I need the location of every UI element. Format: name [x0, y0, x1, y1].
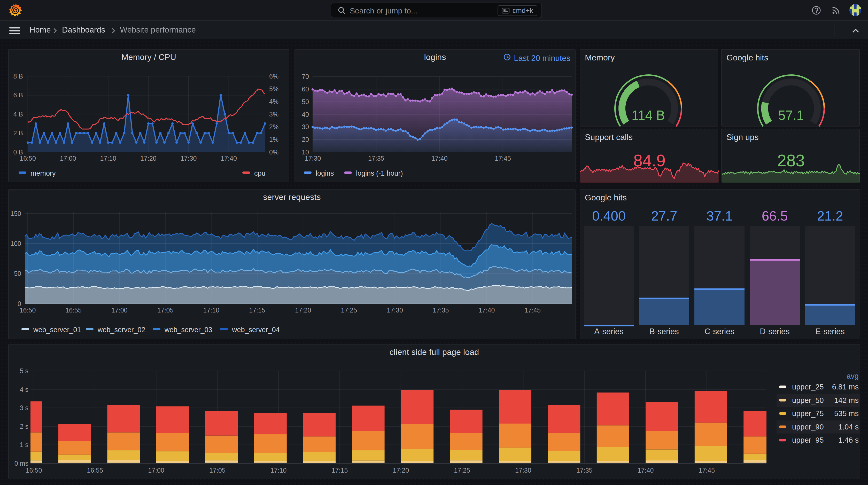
svg-text:17:00: 17:00	[111, 306, 128, 314]
svg-text:17:25: 17:25	[341, 306, 357, 314]
svg-text:E-series: E-series	[815, 327, 845, 336]
svg-text:17:05: 17:05	[209, 467, 225, 474]
svg-text:40: 40	[302, 111, 309, 118]
svg-text:1%: 1%	[269, 136, 278, 143]
svg-text:17:05: 17:05	[157, 306, 174, 314]
svg-text:1 s: 1 s	[20, 441, 28, 448]
svg-text:logins: logins	[316, 169, 334, 177]
svg-text:17:35: 17:35	[576, 467, 593, 474]
svg-text:21.2: 21.2	[817, 208, 843, 223]
svg-text:142 ms: 142 ms	[834, 396, 859, 405]
svg-text:6%: 6%	[269, 72, 278, 80]
svg-text:1.46 s: 1.46 s	[838, 436, 859, 444]
svg-text:535 ms: 535 ms	[834, 409, 859, 418]
svg-text:283: 283	[777, 151, 805, 170]
svg-text:0%: 0%	[269, 149, 278, 156]
svg-text:upper_50: upper_50	[792, 396, 824, 405]
svg-text:17:20: 17:20	[140, 155, 157, 162]
svg-text:3%: 3%	[269, 110, 278, 118]
svg-text:0: 0	[18, 300, 21, 307]
svg-text:17:00: 17:00	[148, 467, 164, 474]
svg-text:17:00: 17:00	[60, 155, 76, 162]
svg-text:100: 100	[10, 240, 21, 247]
svg-text:17:30: 17:30	[515, 467, 531, 474]
svg-text:17:10: 17:10	[203, 306, 220, 314]
svg-text:upper_95: upper_95	[792, 436, 824, 444]
svg-text:17:35: 17:35	[433, 306, 449, 314]
svg-text:50: 50	[302, 98, 309, 105]
svg-text:5 s: 5 s	[20, 367, 28, 375]
svg-text:0 ms: 0 ms	[14, 460, 28, 467]
svg-text:17:45: 17:45	[495, 155, 511, 162]
svg-text:6 B: 6 B	[13, 91, 23, 99]
svg-text:2 s: 2 s	[20, 423, 28, 430]
svg-text:5%: 5%	[269, 85, 278, 93]
svg-text:B-series: B-series	[649, 327, 679, 336]
svg-text:avg: avg	[846, 372, 859, 380]
svg-text:logins (-1 hour): logins (-1 hour)	[356, 169, 403, 177]
svg-text:16:55: 16:55	[87, 467, 103, 474]
svg-text:17:15: 17:15	[249, 306, 265, 314]
svg-text:17:30: 17:30	[305, 155, 321, 162]
svg-text:20: 20	[302, 136, 309, 143]
svg-text:17:40: 17:40	[221, 155, 237, 162]
svg-text:16:50: 16:50	[26, 467, 42, 474]
svg-text:17:20: 17:20	[393, 467, 409, 474]
svg-text:4 s: 4 s	[20, 386, 28, 393]
svg-text:17:40: 17:40	[431, 155, 448, 162]
svg-text:D-series: D-series	[760, 327, 789, 336]
svg-text:37.1: 37.1	[706, 208, 733, 223]
svg-text:70: 70	[302, 73, 309, 80]
svg-text:upper_25: upper_25	[792, 383, 824, 391]
svg-text:upper_75: upper_75	[792, 409, 824, 418]
svg-text:6.81 ms: 6.81 ms	[832, 383, 859, 391]
svg-text:A-series: A-series	[594, 327, 624, 336]
svg-text:Last 20 minutes: Last 20 minutes	[514, 54, 570, 63]
svg-text:114 B: 114 B	[632, 108, 665, 123]
svg-text:cpu: cpu	[254, 169, 266, 177]
svg-text:17:20: 17:20	[295, 306, 311, 314]
svg-text:memory: memory	[30, 169, 56, 177]
svg-text:1.04 s: 1.04 s	[838, 423, 859, 431]
svg-text:17:15: 17:15	[332, 467, 348, 474]
svg-text:upper_90: upper_90	[792, 423, 824, 431]
svg-text:web_server_04: web_server_04	[232, 326, 280, 334]
svg-text:17:45: 17:45	[524, 306, 541, 314]
svg-text:17:10: 17:10	[271, 467, 287, 474]
svg-text:web_server_03: web_server_03	[164, 326, 212, 334]
svg-text:17:30: 17:30	[181, 155, 197, 162]
svg-text:30: 30	[302, 123, 309, 130]
svg-text:C-series: C-series	[705, 327, 734, 336]
svg-text:17:30: 17:30	[387, 306, 403, 314]
svg-text:57.1: 57.1	[778, 108, 804, 123]
svg-text:60: 60	[302, 86, 309, 93]
svg-text:web_server_02: web_server_02	[97, 326, 146, 334]
svg-text:web_server_01: web_server_01	[33, 326, 81, 334]
svg-text:16:50: 16:50	[20, 306, 36, 314]
svg-text:0.400: 0.400	[592, 208, 626, 223]
svg-text:17:35: 17:35	[368, 155, 384, 162]
svg-text:17:40: 17:40	[638, 467, 654, 474]
svg-text:50: 50	[14, 270, 21, 277]
svg-text:27.7: 27.7	[651, 208, 677, 223]
svg-text:16:50: 16:50	[20, 155, 36, 162]
svg-text:3 s: 3 s	[20, 404, 28, 411]
svg-text:17:40: 17:40	[479, 306, 495, 314]
svg-text:16:55: 16:55	[65, 306, 82, 314]
svg-text:66.5: 66.5	[762, 208, 788, 223]
svg-text:4 B: 4 B	[13, 110, 23, 118]
svg-text:84.9: 84.9	[633, 151, 666, 170]
svg-text:17:10: 17:10	[100, 155, 117, 162]
svg-text:150: 150	[10, 210, 21, 217]
svg-text:17:45: 17:45	[699, 467, 715, 474]
svg-text:2 B: 2 B	[13, 129, 23, 137]
svg-text:4%: 4%	[269, 98, 278, 105]
svg-text:8 B: 8 B	[13, 72, 23, 80]
svg-text:2%: 2%	[269, 123, 278, 130]
svg-text:17:25: 17:25	[454, 467, 470, 474]
